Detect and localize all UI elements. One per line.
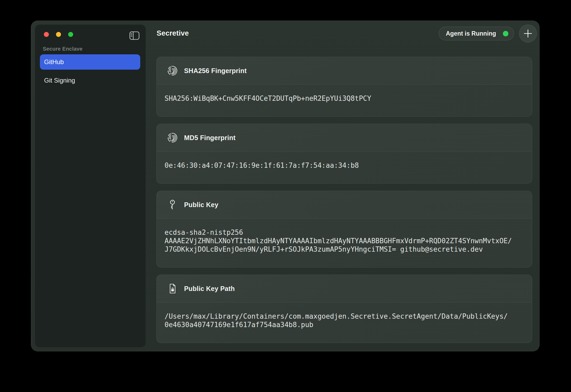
card-title: MD5 Fingerprint: [184, 134, 236, 142]
card-value-line: SHA256:WiBqBK+Cnw5KFF4OCeT2DUTqPb+neR2Ep…: [165, 94, 524, 103]
card-header: SHA256 Fingerprint: [157, 57, 532, 85]
close-window-button[interactable]: [44, 32, 49, 37]
card-header: MD5 Fingerprint: [157, 124, 532, 152]
zoom-window-button[interactable]: [68, 32, 73, 37]
create-secret-button[interactable]: [519, 25, 537, 42]
agent-running-indicator-dot: [503, 31, 508, 36]
sidebar-item-label: Git Signing: [44, 77, 75, 84]
window-controls: [44, 32, 73, 37]
card-header: Public Key Path: [157, 275, 532, 303]
sidebar-item-git-signing[interactable]: Git Signing: [40, 73, 140, 88]
sidebar-item-label: GitHub: [44, 58, 64, 66]
info-card: Public Key Path /Users/max/Library/Conta…: [156, 275, 532, 343]
secretive-app-window: Secure Enclave GitHub Git Signing Secret…: [31, 21, 540, 351]
card-title: SHA256 Fingerprint: [184, 67, 247, 75]
card-value[interactable]: ecdsa-sha2-nistp256AAAAE2VjZHNhLXNoYTItb…: [157, 219, 532, 267]
key-icon: [167, 199, 178, 211]
sidebar-toggle-icon: [129, 31, 139, 40]
card-value-line: J7GDKkxjDOLcBvEnjOen9N/yRLFJ+rSOJkPA3zum…: [165, 245, 524, 254]
minimize-window-button[interactable]: [56, 32, 61, 37]
key-detail-cards: SHA256 Fingerprint SHA256:WiBqBK+Cnw5KFF…: [156, 57, 532, 343]
card-value[interactable]: 0e:46:30:a4:07:47:16:9e:1f:61:7a:f7:54:a…: [157, 152, 532, 183]
info-card: SHA256 Fingerprint SHA256:WiBqBK+Cnw5KFF…: [156, 57, 532, 117]
doc-lock-icon: [167, 283, 178, 294]
agent-status-label: Agent is Running: [446, 30, 496, 37]
toggle-sidebar-button[interactable]: [128, 31, 141, 41]
sidebar-item-github[interactable]: GitHub: [40, 54, 140, 70]
sidebar-section-label: Secure Enclave: [43, 46, 83, 52]
agent-status-badge: Agent is Running: [439, 27, 514, 40]
card-value-line: 0e4630a40747169e1f617af754aa34b8.pub: [165, 321, 524, 329]
page-title: Secretive: [157, 29, 189, 37]
info-card: MD5 Fingerprint 0e:46:30:a4:07:47:16:9e:…: [156, 124, 532, 184]
card-value[interactable]: /Users/max/Library/Containers/com.maxgoe…: [157, 303, 532, 343]
plus-icon: [523, 28, 533, 39]
fingerprint-icon: [167, 65, 178, 77]
card-header: Public Key: [157, 191, 532, 219]
sidebar: Secure Enclave GitHub Git Signing: [35, 25, 146, 347]
fingerprint-icon: [167, 132, 178, 144]
card-value-line: ecdsa-sha2-nistp256: [165, 228, 524, 237]
card-title: Public Key Path: [184, 285, 235, 293]
card-title: Public Key: [184, 201, 218, 209]
card-value[interactable]: SHA256:WiBqBK+Cnw5KFF4OCeT2DUTqPb+neR2Ep…: [157, 85, 532, 116]
info-card: Public Key ecdsa-sha2-nistp256AAAAE2VjZH…: [156, 191, 532, 267]
sidebar-item-list: GitHub Git Signing: [40, 54, 140, 88]
card-value-line: /Users/max/Library/Containers/com.maxgoe…: [165, 312, 524, 321]
card-value-line: AAAAE2VjZHNhLXNoYTItbmlzdHAyNTYAAAAIbmlz…: [165, 237, 524, 245]
card-value-line: 0e:46:30:a4:07:47:16:9e:1f:61:7a:f7:54:a…: [165, 161, 524, 170]
